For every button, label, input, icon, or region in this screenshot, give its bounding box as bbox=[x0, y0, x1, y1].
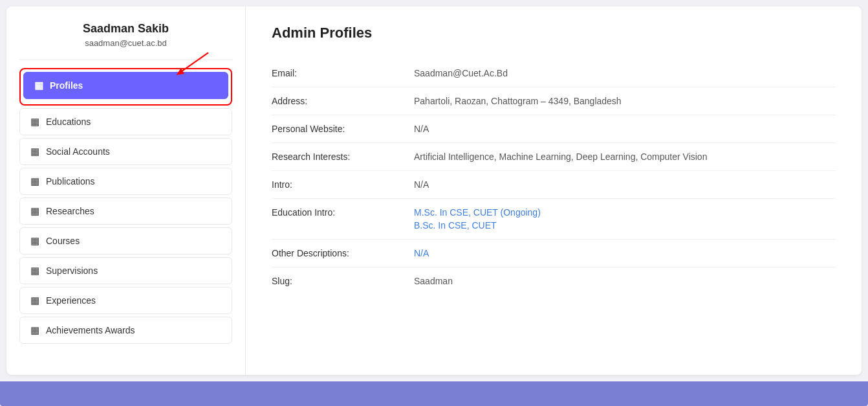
profiles-icon: ▦ bbox=[34, 80, 43, 91]
sidebar-item-achievements-awards[interactable]: ▦ Achievements Awards bbox=[19, 317, 232, 344]
page-title: Admin Profiles bbox=[272, 25, 836, 41]
achievements-icon: ▦ bbox=[30, 324, 39, 336]
label-other-descriptions: Other Descriptions: bbox=[272, 248, 414, 258]
sidebar-item-achievements-label: Achievements Awards bbox=[46, 325, 135, 335]
user-name: Saadman Sakib bbox=[19, 22, 232, 36]
social-accounts-icon: ▦ bbox=[30, 146, 39, 157]
profile-row-address: Address: Pahartoli, Raozan, Chattogram –… bbox=[272, 87, 836, 115]
sidebar-item-educations[interactable]: ▦ Educations bbox=[19, 108, 232, 135]
value-email: Saadman@Cuet.Ac.Bd bbox=[414, 68, 508, 78]
profile-row-email: Email: Saadman@Cuet.Ac.Bd bbox=[272, 60, 836, 87]
value-slug: Saadman bbox=[414, 276, 453, 286]
label-slug: Slug: bbox=[272, 276, 414, 286]
sidebar-item-social-accounts[interactable]: ▦ Social Accounts bbox=[19, 138, 232, 165]
label-website: Personal Website: bbox=[272, 124, 414, 134]
experiences-icon: ▦ bbox=[30, 295, 39, 306]
sidebar-item-supervisions[interactable]: ▦ Supervisions bbox=[19, 257, 232, 284]
sidebar-item-educations-label: Educations bbox=[46, 117, 91, 127]
profile-row-education-intro: Education Intro: M.Sc. In CSE, CUET (Ong… bbox=[272, 199, 836, 240]
publications-icon: ▦ bbox=[30, 175, 39, 187]
label-education-intro: Education Intro: bbox=[272, 207, 414, 218]
label-email: Email: bbox=[272, 68, 414, 78]
value-other-descriptions: N/A bbox=[414, 248, 429, 258]
value-research-interests: Artificial Intelligence, Machine Learnin… bbox=[414, 152, 707, 162]
profile-row-website: Personal Website: N/A bbox=[272, 115, 836, 143]
sidebar-item-publications-label: Publications bbox=[46, 176, 95, 186]
sidebar-item-experiences-label: Experiences bbox=[46, 295, 96, 306]
profile-row-slug: Slug: Saadman bbox=[272, 267, 836, 295]
sidebar-item-supervisions-label: Supervisions bbox=[46, 265, 98, 276]
svg-line-0 bbox=[180, 52, 208, 73]
value-intro: N/A bbox=[414, 179, 429, 190]
sidebar-item-profiles-label: Profiles bbox=[50, 80, 83, 91]
sidebar-item-publications[interactable]: ▦ Publications bbox=[19, 168, 232, 195]
annotation-arrow bbox=[168, 50, 220, 78]
researches-icon: ▦ bbox=[30, 205, 39, 217]
profile-row-intro: Intro: N/A bbox=[272, 171, 836, 199]
profile-row-research-interests: Research Interests: Artificial Intellige… bbox=[272, 143, 836, 171]
courses-icon: ▦ bbox=[30, 235, 39, 247]
sidebar-item-researches-label: Researches bbox=[46, 206, 94, 216]
education-intro-line2: B.Sc. In CSE, CUET bbox=[414, 220, 541, 231]
supervisions-icon: ▦ bbox=[30, 265, 39, 276]
user-email: saadman@cuet.ac.bd bbox=[19, 38, 232, 48]
profile-row-other-descriptions: Other Descriptions: N/A bbox=[272, 240, 836, 267]
sidebar-item-courses-label: Courses bbox=[46, 236, 80, 246]
svg-marker-1 bbox=[177, 68, 184, 75]
value-website: N/A bbox=[414, 124, 429, 134]
label-research-interests: Research Interests: bbox=[272, 152, 414, 162]
sidebar-item-experiences[interactable]: ▦ Experiences bbox=[19, 287, 232, 314]
sidebar-item-social-accounts-label: Social Accounts bbox=[46, 146, 110, 157]
sidebar: Saadman Sakib saadman@cuet.ac.bd ▦ Profi… bbox=[6, 6, 246, 375]
value-education-intro: M.Sc. In CSE, CUET (Ongoing) B.Sc. In CS… bbox=[414, 207, 541, 231]
education-intro-line1: M.Sc. In CSE, CUET (Ongoing) bbox=[414, 207, 541, 218]
label-intro: Intro: bbox=[272, 179, 414, 190]
value-address: Pahartoli, Raozan, Chattogram – 4349, Ba… bbox=[414, 96, 622, 106]
footer-bar bbox=[0, 381, 868, 406]
main-content: Admin Profiles Email: Saadman@Cuet.Ac.Bd… bbox=[246, 6, 862, 375]
sidebar-item-courses[interactable]: ▦ Courses bbox=[19, 227, 232, 254]
educations-icon: ▦ bbox=[30, 116, 39, 128]
label-address: Address: bbox=[272, 96, 414, 106]
sidebar-item-researches[interactable]: ▦ Researches bbox=[19, 197, 232, 225]
